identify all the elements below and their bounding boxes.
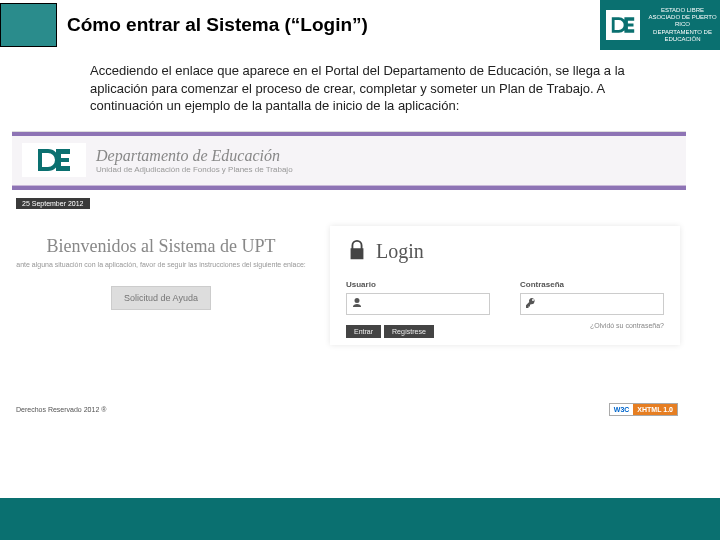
slide-accent-block <box>0 3 57 47</box>
intro-paragraph: Accediendo el enlace que aparece en el P… <box>0 50 720 125</box>
de-logo: ESTADO LIBRE ASOCIADO DE PUERTO RICO DEP… <box>600 0 720 50</box>
username-input[interactable] <box>346 293 490 315</box>
dept-title: Departamento de Educación <box>96 147 293 165</box>
password-label: Contraseña <box>520 280 664 289</box>
user-icon <box>351 295 363 313</box>
date-badge: 25 September 2012 <box>16 198 90 209</box>
dept-subtitle: Unidad de Adjudicación de Fondos y Plane… <box>96 165 293 174</box>
key-icon <box>525 295 537 313</box>
app-screenshot: Departamento de Educación Unidad de Adju… <box>12 131 686 420</box>
login-title: Login <box>376 240 424 263</box>
app-logo <box>22 143 86 177</box>
help-request-button[interactable]: Solicitud de Ayuda <box>111 286 211 310</box>
slide-title: Cómo entrar al Sistema (“Login”) <box>67 14 600 36</box>
w3c-right: XHTML 1.0 <box>633 404 677 415</box>
slide-bottom-bar <box>0 498 720 540</box>
forgot-password-link[interactable]: ¿Olvidó su contraseña? <box>346 322 664 329</box>
logo-line1: ESTADO LIBRE ASOCIADO DE PUERTO RICO <box>645 7 720 29</box>
w3c-badge: W3C XHTML 1.0 <box>609 403 678 416</box>
welcome-heading: Bienvenidos al Sistema de UPT <box>16 236 306 257</box>
w3c-left: W3C <box>610 404 634 415</box>
copyright-text: Derechos Reservado 2012 ® <box>16 406 106 413</box>
lock-icon <box>346 238 368 266</box>
welcome-subtext: ante alguna situación con la aplicación,… <box>16 261 306 268</box>
login-panel: Login Usuario Contraseña Entrar <box>330 226 680 345</box>
username-label: Usuario <box>346 280 490 289</box>
logo-line2: DEPARTAMENTO DE EDUCACIÓN <box>645 29 720 43</box>
password-input[interactable] <box>520 293 664 315</box>
